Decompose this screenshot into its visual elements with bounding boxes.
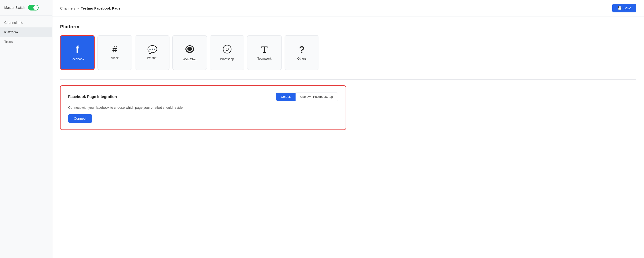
teamwork-label: Teamwork [258,57,272,60]
platform-card-slack[interactable]: # Slack [98,35,132,70]
master-switch-label: Master Switch [4,6,25,10]
platform-card-others[interactable]: ? Others [284,35,319,70]
integration-box: Facebook Page Integration Default Use ow… [60,85,346,130]
whatsapp-label: Whatsapp [220,57,234,61]
platform-card-teamwork[interactable]: T Teamwork [247,35,282,70]
slack-icon: # [112,45,117,54]
breadcrumb-arrow: » [77,6,79,10]
integration-title: Facebook Page Integration [68,95,117,99]
section-title: Platform [60,24,636,30]
others-label: Others [297,57,306,60]
sidebar-item-platform[interactable]: Platform [0,28,52,37]
breadcrumb-root: Channels [60,6,75,10]
integration-header: Facebook Page Integration Default Use ow… [68,92,338,101]
webchat-icon [185,44,194,55]
platform-card-facebook[interactable]: f Facebook [60,35,94,70]
webchat-label: Web Chat [183,58,197,61]
facebook-icon: f [76,44,79,55]
teamwork-icon: T [261,45,268,54]
divider [60,80,636,80]
header: Channels » Testing Facebook Page 💾 Save [52,0,644,16]
save-icon: 💾 [618,6,622,10]
sidebar-item-channel-info[interactable]: Channel Info [0,18,52,28]
platform-card-webchat[interactable]: Web Chat [172,35,207,70]
sidebar-nav: Channel Info Platform Trees [0,16,52,49]
connect-button[interactable]: Connect [68,114,92,123]
sidebar: Master Switch Channel Info Platform Tree… [0,0,52,258]
slack-label: Slack [111,56,119,60]
integration-tabs: Default Use own Facebook App [276,92,338,101]
svg-point-3 [187,47,192,51]
wechat-label: Wechat [147,56,158,60]
master-switch-row: Master Switch [0,0,52,16]
wechat-icon: 💬 [147,46,157,54]
main-content: Channels » Testing Facebook Page 💾 Save … [52,0,644,258]
master-switch-toggle[interactable] [28,5,38,10]
sidebar-item-trees[interactable]: Trees [0,37,52,46]
platform-cards: f Facebook # Slack 💬 Wechat [60,35,636,70]
breadcrumb: Channels » Testing Facebook Page [60,6,120,10]
platform-card-wechat[interactable]: 💬 Wechat [135,35,170,70]
others-icon: ? [299,45,304,54]
breadcrumb-current: Testing Facebook Page [81,6,120,10]
facebook-label: Facebook [70,57,84,61]
tab-own-facebook-app[interactable]: Use own Facebook App [296,93,338,100]
tab-default[interactable]: Default [276,93,295,100]
platform-card-whatsapp[interactable]: Whatsapp [210,35,244,70]
whatsapp-icon [222,44,232,55]
integration-description: Connect with your facebook to choose whi… [68,106,338,110]
save-label: Save [624,6,631,10]
content-area: Platform f Facebook # Slack 💬 Wechat [52,16,644,138]
save-button[interactable]: 💾 Save [612,4,636,12]
